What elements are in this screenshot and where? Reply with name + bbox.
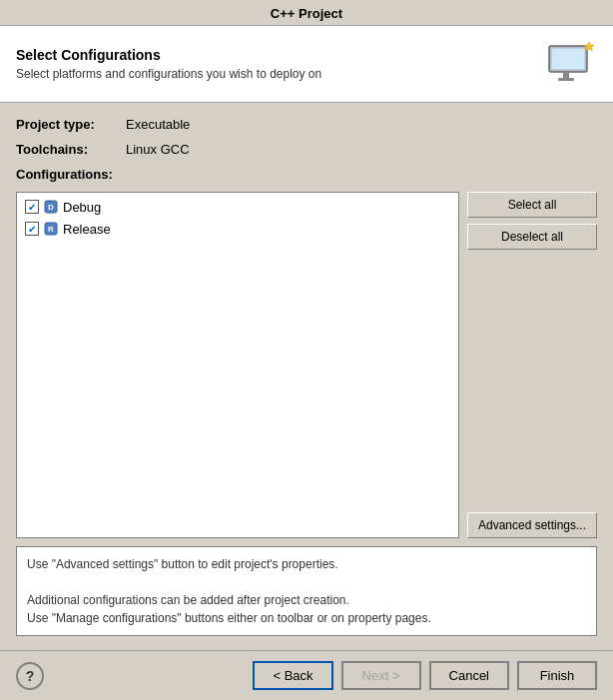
svg-rect-3 (558, 78, 574, 81)
header-section: Select Configurations Select platforms a… (0, 26, 613, 103)
configurations-list: ✔ D Debug ✔ R (16, 192, 459, 538)
release-checkbox[interactable]: ✔ (25, 222, 39, 236)
project-svg-icon (545, 38, 597, 90)
back-button[interactable]: < Back (253, 661, 332, 690)
select-all-button[interactable]: Select all (467, 192, 597, 218)
header-subtitle: Select platforms and configurations you … (16, 67, 533, 81)
footer: ? < Back Next > Cancel Finish (0, 650, 613, 700)
footer-left: ? (16, 662, 44, 690)
header-text: Select Configurations Select platforms a… (16, 47, 533, 81)
project-type-label: Project type: (16, 117, 126, 132)
main-content: Select Configurations Select platforms a… (0, 26, 613, 650)
advanced-settings-button[interactable]: Advanced settings... (467, 512, 597, 538)
list-item[interactable]: ✔ R Release (21, 219, 454, 239)
configurations-label-row: Configurations: (16, 167, 597, 182)
configurations-area: ✔ D Debug ✔ R (16, 192, 597, 538)
project-icon (545, 38, 597, 90)
toolchains-label: Toolchains: (16, 142, 126, 157)
list-item[interactable]: ✔ D Debug (21, 197, 454, 217)
window-title: C++ Project (271, 6, 342, 21)
project-type-value: Executable (126, 117, 190, 132)
deselect-all-button[interactable]: Deselect all (467, 224, 597, 250)
project-type-row: Project type: Executable (16, 117, 597, 132)
svg-rect-2 (563, 72, 569, 78)
footer-right: < Back Next > Cancel Finish (253, 661, 597, 690)
cancel-button[interactable]: Cancel (429, 661, 509, 690)
header-title: Select Configurations (16, 47, 533, 63)
debug-config-name: Debug (63, 200, 101, 215)
configurations-label: Configurations: (16, 167, 126, 182)
info-box: Use "Advanced settings" button to edit p… (16, 546, 597, 636)
toolchains-row: Toolchains: Linux GCC (16, 142, 597, 157)
toolchains-value: Linux GCC (126, 142, 190, 157)
title-bar: C++ Project (0, 0, 613, 26)
svg-text:D: D (48, 203, 54, 212)
finish-button[interactable]: Finish (517, 661, 597, 690)
next-button[interactable]: Next > (341, 661, 421, 690)
release-config-name: Release (63, 222, 111, 237)
debug-config-icon: D (43, 199, 59, 215)
debug-checkbox[interactable]: ✔ (25, 200, 39, 214)
svg-text:R: R (48, 225, 54, 234)
svg-rect-1 (551, 48, 585, 70)
info-box-line4: Use "Manage configurations" buttons eith… (27, 611, 431, 625)
info-box-line3: Additional configurations can be added a… (27, 593, 349, 607)
configs-buttons: Select all Deselect all Advanced setting… (467, 192, 597, 538)
body-section: Project type: Executable Toolchains: Lin… (0, 103, 613, 650)
help-button[interactable]: ? (16, 662, 44, 690)
info-box-line1: Use "Advanced settings" button to edit p… (27, 557, 338, 571)
release-config-icon: R (43, 221, 59, 237)
